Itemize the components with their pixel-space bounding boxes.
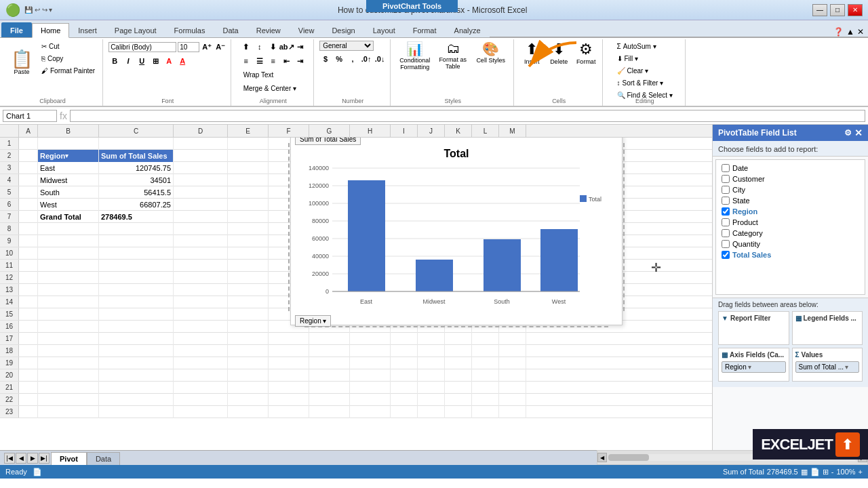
table-cell[interactable] [472, 406, 499, 418]
table-cell[interactable] [391, 406, 418, 418]
clear-button[interactable]: 🧹 Clear ▾ [614, 65, 652, 77]
table-cell[interactable] [350, 345, 391, 357]
table-cell[interactable] [228, 138, 269, 150]
conditional-formatting-button[interactable]: 📊 Conditional Formatting [397, 41, 433, 70]
table-cell[interactable] [445, 345, 472, 357]
table-cell[interactable] [472, 345, 499, 357]
table-cell[interactable] [38, 345, 99, 357]
underline-button[interactable]: U [136, 55, 148, 67]
table-cell[interactable] [472, 369, 499, 382]
table-cell[interactable] [309, 345, 350, 357]
table-cell[interactable] [269, 369, 309, 382]
view-layout-icon[interactable]: 📄 [810, 468, 820, 476]
table-cell[interactable] [38, 235, 99, 247]
table-cell[interactable] [228, 394, 269, 406]
table-cell[interactable] [99, 394, 174, 406]
table-cell[interactable] [19, 247, 38, 260]
table-cell[interactable] [391, 369, 418, 382]
table-cell[interactable] [19, 382, 38, 394]
table-cell[interactable] [228, 406, 269, 418]
table-cell[interactable] [99, 223, 174, 235]
chart-container[interactable]: Sum of Total Sales Total 0 20000 40000 6… [290, 129, 623, 325]
field-list-item[interactable]: Total Sales [722, 249, 859, 260]
col-header-C[interactable]: C [99, 125, 174, 137]
table-cell[interactable] [445, 357, 472, 369]
table-cell[interactable] [228, 345, 269, 357]
table-cell[interactable] [418, 357, 445, 369]
table-cell[interactable] [418, 394, 445, 406]
col-header-E[interactable]: E [228, 125, 269, 137]
table-cell[interactable]: East [38, 162, 99, 174]
table-cell[interactable] [19, 174, 38, 186]
sort-filter-button[interactable]: ↕ Sort & Filter ▾ [614, 77, 667, 89]
first-sheet-button[interactable]: |◀ [4, 453, 15, 464]
field-checkbox[interactable] [722, 175, 730, 183]
table-cell[interactable] [99, 235, 174, 247]
next-sheet-button[interactable]: ▶ [27, 453, 38, 464]
expand-ribbon-icon[interactable]: ▲ [846, 27, 854, 37]
table-cell[interactable] [99, 138, 174, 150]
col-header-H[interactable]: H [350, 125, 391, 137]
cell-styles-button[interactable]: 🎨 Cell Styles [473, 41, 509, 64]
table-cell[interactable] [499, 357, 526, 369]
table-cell[interactable] [174, 150, 228, 162]
table-cell[interactable] [19, 150, 38, 162]
table-cell[interactable]: Sum of Total Sales [99, 150, 174, 162]
table-cell[interactable] [269, 382, 309, 394]
tab-analyze[interactable]: Analyze [446, 22, 490, 37]
table-cell[interactable] [228, 333, 269, 345]
increase-font-button[interactable]: A⁺ [201, 41, 213, 53]
table-cell[interactable] [19, 235, 38, 247]
table-cell[interactable] [174, 174, 228, 186]
col-header-I[interactable]: I [391, 125, 418, 137]
table-cell[interactable] [445, 333, 472, 345]
table-cell[interactable] [228, 284, 269, 296]
align-top-button[interactable]: ⬆ [240, 41, 252, 53]
table-cell[interactable] [19, 345, 38, 357]
tab-formulas[interactable]: Formulas [165, 22, 214, 37]
field-checkbox[interactable] [722, 240, 730, 248]
tab-layout[interactable]: Layout [364, 22, 404, 37]
wrap-text-button[interactable]: Wrap Text [240, 69, 277, 81]
table-cell[interactable] [99, 272, 174, 284]
tab-home[interactable]: Home [32, 23, 69, 38]
tab-view[interactable]: View [290, 22, 323, 37]
table-cell[interactable] [499, 369, 526, 382]
table-cell[interactable] [99, 260, 174, 272]
table-cell[interactable] [174, 223, 228, 235]
merge-center-button[interactable]: Merge & Center ▾ [240, 83, 300, 94]
table-cell[interactable] [228, 321, 269, 333]
legend-fields-area[interactable]: ▦ Legend Fields ... [792, 311, 863, 345]
table-cell[interactable] [228, 174, 269, 186]
view-pagebreak-icon[interactable]: ⊞ [823, 468, 829, 476]
table-cell[interactable] [228, 272, 269, 284]
table-cell[interactable] [19, 223, 38, 235]
decrease-indent-button[interactable]: ⇤ [281, 55, 293, 67]
table-cell[interactable] [19, 260, 38, 272]
table-cell[interactable] [19, 284, 38, 296]
table-cell[interactable] [174, 321, 228, 333]
minimize-button[interactable]: — [812, 4, 827, 16]
table-cell[interactable] [99, 345, 174, 357]
format-painter-button[interactable]: 🖌 Format Painter [38, 65, 98, 77]
autosum-button[interactable]: Σ AutoSum ▾ [614, 41, 660, 52]
table-cell[interactable] [445, 369, 472, 382]
table-cell[interactable] [19, 321, 38, 333]
align-left-button[interactable]: ≡ [240, 55, 252, 67]
table-cell[interactable] [418, 406, 445, 418]
table-cell[interactable]: Region ▾ [38, 150, 99, 162]
formula-input[interactable] [70, 110, 865, 122]
decrease-decimal-button[interactable]: .0↓ [374, 53, 386, 65]
table-cell[interactable] [269, 357, 309, 369]
col-header-J[interactable]: J [418, 125, 445, 137]
table-cell[interactable] [499, 394, 526, 406]
font-color-button[interactable]: A [176, 55, 189, 67]
bar-south[interactable] [484, 239, 521, 291]
currency-button[interactable]: $ [319, 53, 332, 65]
table-cell[interactable] [228, 211, 269, 223]
table-cell[interactable] [350, 333, 391, 345]
table-cell[interactable] [309, 406, 350, 418]
table-cell[interactable] [228, 308, 269, 321]
table-cell[interactable] [38, 272, 99, 284]
table-cell[interactable] [309, 357, 350, 369]
